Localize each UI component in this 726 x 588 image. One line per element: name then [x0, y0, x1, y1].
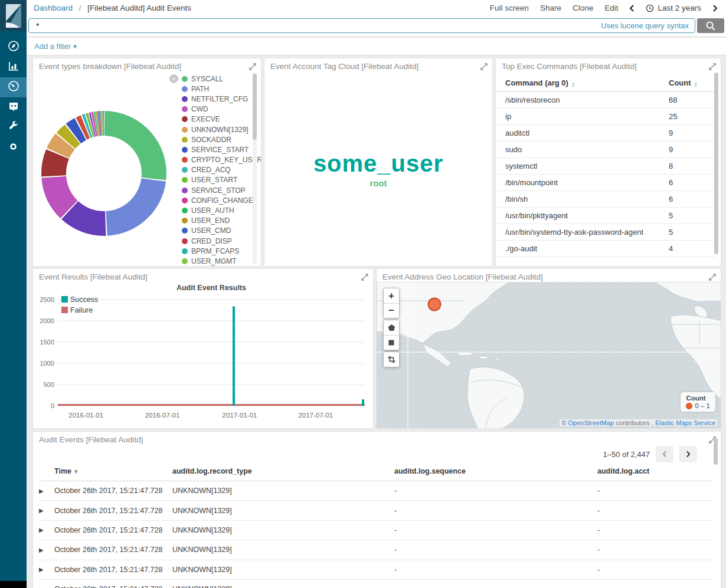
legend-item[interactable]: USER_START: [182, 175, 251, 185]
previous-page-button[interactable]: [656, 446, 673, 462]
sidebar-item-dashboard[interactable]: [0, 77, 27, 97]
expand-panel-icon[interactable]: [249, 63, 256, 70]
tag-root[interactable]: root: [264, 178, 492, 188]
compass-icon: [7, 40, 20, 55]
elastic-maps-link[interactable]: Elastic Maps Service: [655, 419, 715, 426]
sidebar-item-discover[interactable]: [0, 37, 27, 57]
legend-collapse-button[interactable]: ›: [169, 74, 178, 83]
exec-scrollbar-thumb[interactable]: [714, 73, 718, 254]
sequence-cell: -: [394, 566, 597, 574]
search-query-input[interactable]: [36, 21, 492, 31]
exec-table-row[interactable]: /sbin/restorecon68: [496, 92, 716, 109]
timelion-icon: [7, 100, 20, 115]
kibana-logo[interactable]: [0, 0, 27, 31]
expand-panel-icon[interactable]: [361, 274, 368, 281]
expand-row-icon[interactable]: ▶: [39, 566, 54, 573]
legend-item[interactable]: NETFILTER_CFG: [182, 94, 251, 104]
exec-table-row[interactable]: auditctl9: [496, 125, 716, 142]
column-header-sequence[interactable]: auditd.log.sequence: [394, 467, 597, 475]
next-page-button[interactable]: [679, 446, 697, 462]
audit-table-row[interactable]: ▶October 26th 2017, 15:21:47.728UNKNOWN[…: [39, 521, 712, 540]
openstreetmap-link[interactable]: © OpenStreetMap: [561, 419, 614, 426]
edit-button[interactable]: Edit: [604, 4, 618, 12]
legend-item[interactable]: USER_END: [182, 216, 251, 226]
sidebar-item-dev-tools[interactable]: [0, 117, 27, 137]
zoom-out-button[interactable]: −: [384, 303, 399, 318]
time-back-button[interactable]: [629, 4, 635, 12]
legend-item[interactable]: USER_AUTH: [182, 205, 251, 215]
legend-item[interactable]: SYSCALL: [182, 74, 251, 84]
exec-table-row[interactable]: ./go-audit4: [496, 241, 716, 257]
draw-rectangle-button[interactable]: [384, 335, 399, 350]
legend-item[interactable]: SERVICE_START: [182, 144, 251, 155]
exec-table-row[interactable]: sudo9: [496, 142, 716, 158]
audit-table-row[interactable]: ▶October 26th 2017, 15:21:47.728UNKNOWN[…: [39, 501, 712, 520]
exec-table-row[interactable]: ip25: [496, 109, 716, 125]
sidebar-item-visualize[interactable]: [0, 57, 27, 77]
exec-table-row[interactable]: /usr/bin/systemd-tty-ask-password-agent5: [496, 224, 716, 241]
draw-polygon-button[interactable]: [384, 320, 399, 335]
legend-item[interactable]: UNKNOWN[1329]: [182, 124, 251, 134]
legend-item[interactable]: EXECVE: [182, 114, 251, 124]
clone-button[interactable]: Clone: [573, 4, 593, 12]
legend-item[interactable]: BPRM_FCAPS: [182, 246, 251, 256]
exec-table-row[interactable]: systemctl8: [496, 158, 716, 175]
expand-row-icon[interactable]: ▶: [39, 586, 54, 588]
column-header-time[interactable]: Time▼: [54, 467, 172, 475]
expand-panel-icon[interactable]: [480, 63, 488, 70]
breadcrumb-dashboard-link[interactable]: Dashboard: [34, 4, 73, 12]
donut-chart[interactable]: [36, 94, 178, 267]
legend-item[interactable]: CRED_ACQ: [182, 165, 251, 175]
count-cell: 9: [669, 129, 707, 137]
audit-table-row[interactable]: ▶October 26th 2017, 15:21:47.728UNKNOWN[…: [39, 540, 712, 560]
legend-color-dot: [182, 258, 188, 264]
time-picker-button[interactable]: Last 2 years: [646, 4, 701, 12]
fullscreen-button[interactable]: Full screen: [490, 4, 529, 12]
add-filter-link[interactable]: Add a filter+: [34, 42, 77, 51]
audit-scrollbar-thumb[interactable]: [714, 438, 718, 465]
tag-some-user[interactable]: some_user: [264, 150, 492, 177]
exec-table-row[interactable]: /bin/mountpoint6: [496, 175, 716, 191]
share-button[interactable]: Share: [540, 4, 561, 12]
crop-button[interactable]: [384, 352, 399, 367]
legend-item[interactable]: CRYPTO_KEY_USER: [182, 155, 251, 165]
expand-row-icon[interactable]: ▶: [39, 488, 54, 494]
audit-table-row[interactable]: ▶October 26th 2017, 15:21:47.728UNKNOWN[…: [39, 560, 712, 580]
legend-item[interactable]: SERVICE_STOP: [182, 185, 251, 195]
time-forward-button[interactable]: [712, 4, 718, 12]
column-header-command[interactable]: Command (arg 0)▲▼: [505, 78, 669, 87]
map-marker[interactable]: [427, 297, 442, 312]
legend-item[interactable]: CRED_DISP: [182, 236, 251, 246]
expand-row-icon[interactable]: ▶: [39, 527, 54, 533]
zoom-in-button[interactable]: +: [384, 288, 399, 303]
audit-table-header: Time▼ auditd.log.record_type auditd.log.…: [39, 467, 712, 481]
legend-color-dot: [182, 228, 188, 234]
legend-item[interactable]: CWD: [182, 104, 251, 114]
column-header-count[interactable]: Count▲▼: [669, 78, 707, 87]
audit-table-row[interactable]: ▶October 26th 2017, 15:21:47.728UNKNOWN[…: [39, 580, 712, 588]
legend-scrollbar-thumb[interactable]: [253, 74, 257, 140]
legend-item[interactable]: PATH: [182, 84, 251, 94]
record-type-cell: UNKNOWN[1329]: [172, 526, 394, 534]
legend-item[interactable]: CONFIG_CHANGE: [182, 195, 251, 205]
svg-text:1500: 1500: [40, 339, 54, 346]
expand-row-icon[interactable]: ▶: [39, 507, 54, 514]
world-map[interactable]: + − Count 0 – 1 © OpenStreetMap contribu…: [377, 282, 721, 428]
column-header-acct[interactable]: auditd.log.acct: [597, 467, 712, 475]
exec-table-row[interactable]: /bin/sh6: [496, 191, 716, 208]
expand-panel-icon[interactable]: [709, 63, 716, 70]
expand-row-icon[interactable]: ▶: [39, 547, 54, 553]
time-series-chart[interactable]: Audit Event Results050010001500200025002…: [37, 282, 371, 423]
legend-item[interactable]: SOCKADDR: [182, 134, 251, 144]
exec-table-row[interactable]: /usr/bin/pkttyagent5: [496, 208, 716, 224]
sidebar-item-management[interactable]: [0, 137, 27, 157]
legend-item[interactable]: USER_CMD: [182, 226, 251, 236]
legend-item[interactable]: USER_MGMT: [182, 256, 251, 266]
legend-color-dot: [182, 76, 188, 82]
lucene-syntax-link[interactable]: Uses lucene query syntax: [601, 21, 689, 30]
expand-panel-icon[interactable]: [709, 274, 716, 281]
column-header-record-type[interactable]: auditd.log.record_type: [172, 467, 394, 475]
sidebar-item-timelion[interactable]: [0, 97, 27, 117]
search-button[interactable]: [697, 18, 724, 33]
audit-table-row[interactable]: ▶October 26th 2017, 15:21:47.728UNKNOWN[…: [39, 481, 712, 501]
